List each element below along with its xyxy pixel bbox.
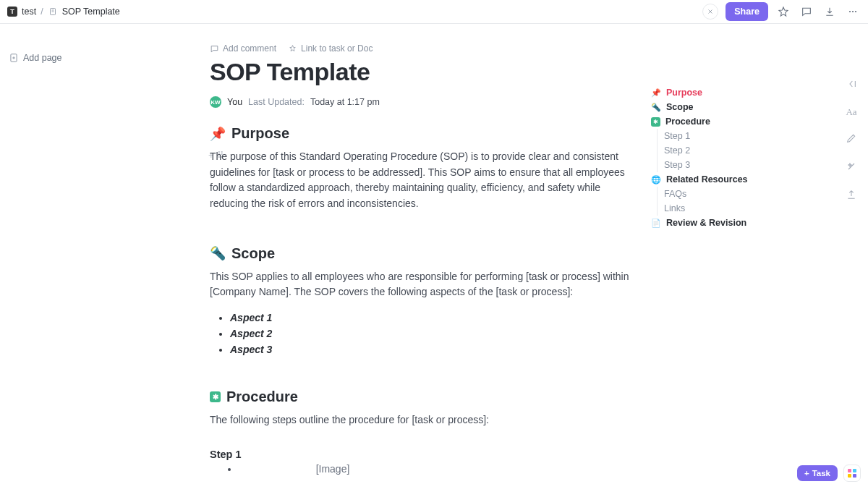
section-scope: 🔦 Scope This SOP applies to all employee…: [210, 245, 629, 355]
avatar[interactable]: KW: [210, 96, 221, 108]
breadcrumb-workspace[interactable]: test: [22, 7, 36, 17]
byline: KW You Last Updated: Today at 1:17 pm: [210, 96, 629, 108]
add-page-label: Add page: [23, 53, 62, 63]
breadcrumb-doc[interactable]: SOP Template: [62, 7, 120, 17]
asterisk-icon: ✱: [210, 391, 221, 402]
workspace-icon[interactable]: T: [7, 7, 17, 17]
share-button[interactable]: Share: [726, 2, 768, 21]
scope-aspect-list: Aspect 1 Aspect 2 Aspect 3: [210, 312, 629, 355]
author-label: You: [227, 97, 242, 107]
magic-icon[interactable]: [702, 4, 718, 20]
flashlight-icon: 🔦: [651, 103, 661, 112]
star-icon[interactable]: [775, 4, 791, 20]
svg-point-6: [855, 11, 856, 12]
new-task-button[interactable]: + Task: [797, 465, 838, 481]
add-comment-label: Add comment: [223, 43, 276, 54]
outline-item-faqs[interactable]: FAQs: [651, 187, 796, 201]
task-label: Task: [812, 469, 830, 478]
outline-item-step3[interactable]: Step 3: [651, 158, 796, 172]
doc-meta-row: Add comment Link to task or Doc: [210, 43, 629, 54]
outline-item-purpose[interactable]: 📌 Purpose: [651, 85, 796, 100]
document-content: Add comment Link to task or Doc SOP Temp…: [210, 43, 629, 475]
outline-label: Review & Revision: [666, 218, 746, 228]
flashlight-icon: 🔦: [210, 245, 226, 261]
section-body[interactable]: This SOP applies to all employees who ar…: [210, 269, 629, 300]
collapse-icon[interactable]: [846, 78, 857, 92]
step-bullets: [Image]: [210, 463, 629, 475]
procedure-step-heading[interactable]: Step 1: [210, 449, 629, 460]
list-item[interactable]: [Image]: [239, 463, 629, 475]
outline-item-resources[interactable]: 🌐 Related Resources: [651, 172, 796, 187]
right-toolbar: Aa: [841, 78, 862, 203]
outline-item-links[interactable]: Links: [651, 201, 796, 216]
outline-label: Step 3: [664, 160, 690, 170]
apps-button[interactable]: [843, 465, 861, 482]
section-title: Procedure: [226, 389, 298, 405]
doc-icon: [48, 7, 58, 17]
outline-panel: 📌 Purpose 🔦 Scope ✱ Procedure Step 1 Ste…: [651, 85, 796, 230]
pin-icon: 📌: [651, 88, 661, 98]
outline-item-step1[interactable]: Step 1: [651, 129, 796, 143]
pin-icon: 📌: [210, 126, 226, 142]
list-item[interactable]: Aspect 3: [230, 344, 629, 355]
outline-item-procedure[interactable]: ✱ Procedure: [651, 114, 796, 129]
section-heading[interactable]: 🔦 Scope: [210, 245, 629, 262]
section-body[interactable]: The following steps outline the procedur…: [210, 412, 629, 428]
svg-marker-3: [779, 7, 788, 16]
outline-label: Procedure: [665, 116, 710, 127]
asterisk-icon: ✱: [651, 117, 660, 127]
plus-icon: +: [804, 469, 809, 478]
outline-item-scope[interactable]: 🔦 Scope: [651, 100, 796, 114]
wand-icon[interactable]: [846, 161, 857, 174]
updated-value: Today at 1:17 pm: [310, 97, 380, 107]
globe-icon: 🌐: [651, 175, 661, 184]
outline-label: Purpose: [666, 88, 702, 98]
section-purpose: 📌 Purpose The purpose of this Standard O…: [210, 125, 629, 212]
image-placeholder: [Image]: [239, 463, 427, 475]
outline-label: Links: [664, 203, 685, 213]
left-sidebar: Add page: [0, 24, 145, 92]
section-title: Purpose: [231, 125, 289, 142]
fab-row: + Task: [797, 465, 861, 482]
top-actions: Share: [702, 2, 861, 21]
doc-icon: 📄: [651, 219, 661, 228]
outline-label: Step 1: [664, 131, 690, 141]
section-title: Scope: [231, 245, 275, 262]
list-item[interactable]: Aspect 1: [230, 312, 629, 323]
outline-label: Scope: [666, 102, 694, 112]
section-body[interactable]: The purpose of this Standard Operating P…: [210, 149, 629, 212]
list-item[interactable]: Aspect 2: [230, 328, 629, 339]
comment-icon[interactable]: [799, 4, 814, 20]
download-icon[interactable]: [822, 4, 838, 20]
breadcrumb-separator: /: [41, 7, 43, 17]
more-icon[interactable]: [845, 4, 861, 20]
grid-dots-icon: [848, 469, 856, 478]
svg-point-5: [852, 11, 854, 12]
outline-item-review[interactable]: 📄 Review & Revision: [651, 216, 796, 230]
section-heading[interactable]: 📌 Purpose: [210, 125, 629, 142]
section-heading[interactable]: ✱ Procedure: [210, 389, 629, 405]
link-task-label: Link to task or Doc: [301, 43, 373, 54]
outline-label: FAQs: [664, 189, 686, 199]
svg-point-4: [849, 11, 851, 12]
updated-prefix: Last Updated:: [248, 97, 305, 107]
breadcrumb: T test / SOP Template: [7, 7, 120, 17]
section-procedure: ✱ Procedure The following steps outline …: [210, 389, 629, 475]
outline-label: Step 2: [664, 145, 690, 156]
font-style-button[interactable]: Aa: [846, 106, 856, 118]
link-task-button[interactable]: Link to task or Doc: [288, 43, 373, 54]
add-page-button[interactable]: Add page: [9, 53, 136, 63]
page-title[interactable]: SOP Template: [210, 58, 629, 86]
edit-icon[interactable]: [846, 132, 857, 146]
outline-item-step2[interactable]: Step 2: [651, 143, 796, 158]
share-export-icon[interactable]: [846, 189, 857, 203]
add-comment-button[interactable]: Add comment: [210, 43, 276, 54]
outline-label: Related Resources: [666, 174, 748, 184]
topbar: T test / SOP Template Share: [0, 0, 868, 24]
